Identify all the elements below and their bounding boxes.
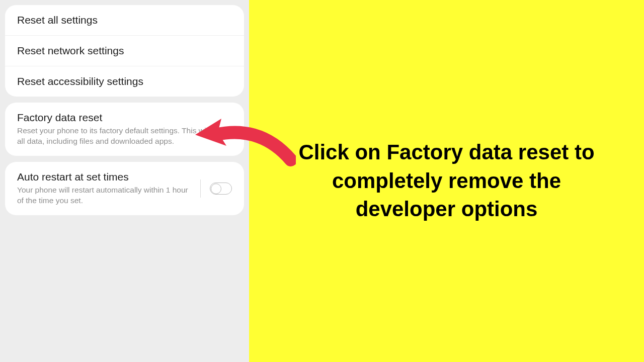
- reset-accessibility-settings-item[interactable]: Reset accessibility settings: [5, 66, 244, 97]
- factory-reset-group: Factory data reset Reset your phone to i…: [5, 103, 244, 156]
- instruction-text: Click on Factory data reset to completel…: [279, 138, 614, 224]
- auto-restart-group: Auto restart at set times Your phone wil…: [5, 162, 244, 215]
- auto-restart-toggle[interactable]: [210, 183, 232, 195]
- instruction-panel: Click on Factory data reset to completel…: [249, 0, 644, 362]
- item-subtitle: Reset your phone to its factory default …: [17, 126, 232, 147]
- item-title: Factory data reset: [17, 112, 232, 124]
- auto-restart-item[interactable]: Auto restart at set times Your phone wil…: [5, 162, 244, 215]
- item-title: Auto restart at set times: [17, 171, 193, 183]
- item-title: Reset all settings: [17, 14, 232, 26]
- item-title: Reset accessibility settings: [17, 75, 232, 87]
- factory-data-reset-item[interactable]: Factory data reset Reset your phone to i…: [5, 103, 244, 156]
- item-title: Reset network settings: [17, 45, 232, 57]
- reset-network-settings-item[interactable]: Reset network settings: [5, 35, 244, 66]
- reset-settings-group: Reset all settings Reset network setting…: [5, 5, 244, 97]
- phone-settings-panel: Reset all settings Reset network setting…: [0, 0, 249, 362]
- vertical-divider: [200, 179, 201, 198]
- reset-all-settings-item[interactable]: Reset all settings: [5, 5, 244, 35]
- item-subtitle: Your phone will restart automatically wi…: [17, 185, 193, 206]
